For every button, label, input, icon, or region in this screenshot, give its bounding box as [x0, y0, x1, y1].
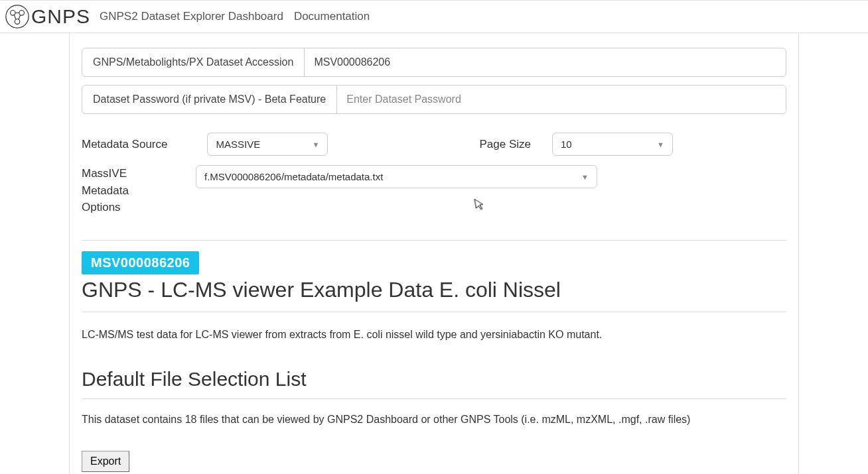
dataset-title: GNPS - LC-MS viewer Example Data E. coli… [82, 277, 786, 312]
password-label: Dataset Password (if private MSV) - Beta… [82, 86, 337, 113]
page-size-label: Page Size [479, 138, 531, 151]
svg-line-4 [14, 15, 16, 20]
row-metadata-pagesize: Metadata Source MASSIVE ▼ Page Size 10 ▼ [82, 133, 786, 156]
nav-link-dashboard[interactable]: GNPS2 Dataset Explorer Dashboard [100, 10, 283, 23]
main-panel: GNPS/Metabolights/PX Dataset Accession M… [69, 33, 799, 474]
svg-line-5 [19, 15, 21, 20]
navbar: GNPS GNPS2 Dataset Explorer Dashboard Do… [0, 0, 868, 33]
metadata-source-group: Metadata Source MASSIVE ▼ [82, 133, 328, 156]
page-size-group: Page Size 10 ▼ [479, 133, 673, 156]
massive-metadata-value: f.MSV000086206/metadata/metadata.txt [204, 171, 383, 182]
nav-links: GNPS2 Dataset Explorer Dashboard Documen… [100, 10, 370, 23]
separator [82, 240, 786, 241]
svg-point-1 [11, 11, 16, 16]
chevron-down-icon: ▼ [313, 141, 320, 148]
file-selection-title: Default File Selection List [82, 368, 786, 399]
chevron-down-icon: ▼ [657, 141, 664, 148]
dataset-badge: MSV000086206 [82, 251, 199, 274]
accession-group: GNPS/Metabolights/PX Dataset Accession M… [82, 48, 786, 77]
dataset-note: This dataset contains 18 files that can … [82, 414, 786, 426]
chevron-down-icon: ▼ [581, 173, 589, 181]
page-size-select[interactable]: 10 ▼ [552, 133, 673, 156]
nav-link-docs[interactable]: Documentation [294, 10, 370, 23]
gnps-logo-icon [4, 3, 31, 30]
metadata-source-label: Metadata Source [82, 138, 167, 151]
accession-label: GNPS/Metabolights/PX Dataset Accession [82, 48, 305, 76]
metadata-source-select[interactable]: MASSIVE ▼ [207, 133, 328, 156]
password-input[interactable] [337, 86, 786, 113]
svg-point-3 [15, 19, 20, 25]
logo-text: GNPS [31, 5, 90, 28]
massive-metadata-group: f.MSV000086206/metadata/metadata.txt ▼ [196, 165, 597, 188]
page-size-value: 10 [561, 139, 572, 150]
logo[interactable]: GNPS [4, 3, 90, 30]
accession-input[interactable]: MSV000086206 [305, 48, 786, 76]
svg-point-2 [19, 11, 25, 16]
massive-metadata-label: MassIVE Metadata Options [82, 165, 168, 216]
metadata-source-value: MASSIVE [216, 139, 260, 150]
row-massive-metadata: MassIVE Metadata Options f.MSV000086206/… [82, 165, 786, 216]
export-button[interactable]: Export [82, 451, 129, 472]
dataset-description: LC-MS/MS test data for LC-MS viewer from… [82, 327, 786, 343]
massive-metadata-select[interactable]: f.MSV000086206/metadata/metadata.txt ▼ [196, 165, 597, 188]
password-group: Dataset Password (if private MSV) - Beta… [82, 85, 786, 114]
